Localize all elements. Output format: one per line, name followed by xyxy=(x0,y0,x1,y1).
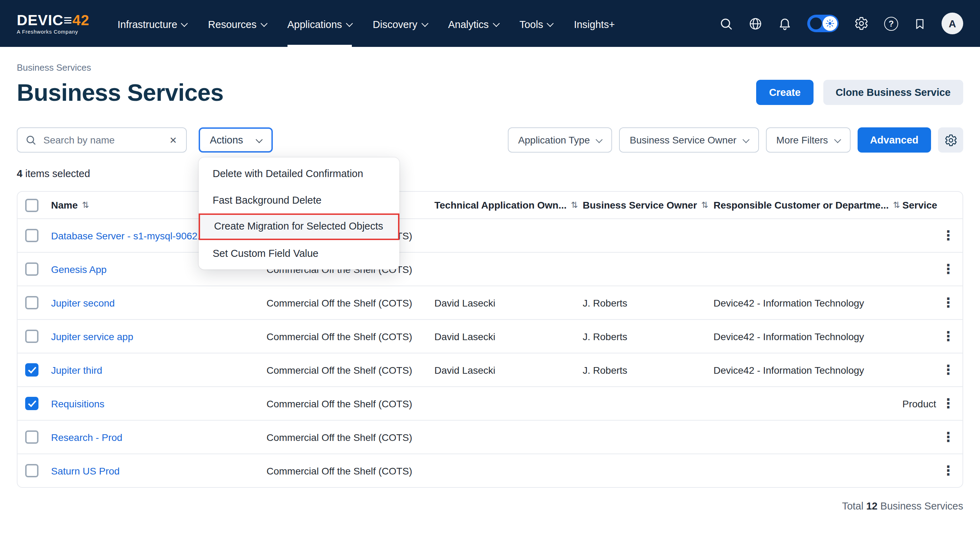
theme-toggle[interactable] xyxy=(807,15,839,32)
row-menu-kebab-icon[interactable]: ⋮ xyxy=(938,296,963,309)
row-menu-kebab-icon[interactable]: ⋮ xyxy=(938,363,963,376)
row-menu-kebab-icon[interactable]: ⋮ xyxy=(938,263,963,276)
bookmark-icon[interactable] xyxy=(913,16,926,30)
table-row: Saturn US Prod Commercial Off the Shelf … xyxy=(18,454,963,487)
sun-icon xyxy=(826,19,835,28)
row-responsible: Device42 - Information Technology xyxy=(713,297,902,308)
sort-icon[interactable]: ⇅ xyxy=(571,200,578,210)
selected-count: 4 items selected xyxy=(17,168,963,179)
business-service-owner-filter[interactable]: Business Service Owner xyxy=(619,128,759,153)
nav-item-analytics[interactable]: Analytics xyxy=(448,0,498,47)
column-header-business-service-owner[interactable]: Business Service Owner⇅ xyxy=(583,199,713,210)
sort-icon[interactable]: ⇅ xyxy=(701,200,708,210)
row-service: Product xyxy=(902,398,938,409)
actions-dropdown-button[interactable]: Actions xyxy=(199,128,273,153)
row-name-link[interactable]: Research - Prod xyxy=(51,432,267,443)
help-icon[interactable]: ? xyxy=(884,16,898,30)
select-all-checkbox[interactable] xyxy=(25,198,38,212)
row-checkbox[interactable] xyxy=(25,363,38,376)
table-row: Database Server - s1-mysql-9062.d Commer… xyxy=(18,218,963,252)
chevron-down-icon xyxy=(547,19,554,27)
top-navbar: DEVIC≡42 A Freshworks Company Infrastruc… xyxy=(0,0,980,47)
row-type: Commercial Off the Shelf (COTS) xyxy=(267,432,434,443)
notifications-bell-icon[interactable] xyxy=(778,16,792,30)
chevron-down-icon xyxy=(834,136,841,143)
filter-row: ✕ Actions Application Type Business Serv… xyxy=(17,128,963,153)
row-menu-kebab-icon[interactable]: ⋮ xyxy=(938,464,963,477)
page: DEVIC≡42 A Freshworks Company Infrastruc… xyxy=(0,0,980,534)
row-type: Commercial Off the Shelf (COTS) xyxy=(267,297,434,308)
column-header-technical-owner[interactable]: Technical Application Own...⇅ xyxy=(434,199,583,210)
nav-item-discovery[interactable]: Discovery xyxy=(373,0,427,47)
gear-icon xyxy=(944,133,957,147)
chevron-down-icon xyxy=(346,19,353,27)
chevron-down-icon xyxy=(421,19,428,27)
row-checkbox[interactable] xyxy=(25,296,38,309)
row-name-link[interactable]: Requisitions xyxy=(51,398,267,409)
row-tech-owner: David Lasecki xyxy=(434,364,583,376)
row-bso: J. Roberts xyxy=(583,364,713,376)
nav-item-infrastructure[interactable]: Infrastructure xyxy=(118,0,187,47)
search-icon xyxy=(25,134,37,145)
chevron-down-icon xyxy=(181,19,188,27)
row-name-link[interactable]: Saturn US Prod xyxy=(51,465,267,476)
row-name-link[interactable]: Jupiter second xyxy=(51,297,267,308)
title-actions: Create Clone Business Service xyxy=(757,80,963,105)
chevron-down-icon xyxy=(256,136,262,143)
chevron-down-icon xyxy=(596,136,603,143)
nav-item-tools[interactable]: Tools xyxy=(519,0,553,47)
create-button[interactable]: Create xyxy=(757,80,813,105)
logo-subtitle: A Freshworks Company xyxy=(17,28,95,35)
main-nav: Infrastructure Resources Applications Di… xyxy=(118,0,615,47)
nav-item-applications[interactable]: Applications xyxy=(287,0,352,47)
table-row: Jupiter service app Commercial Off the S… xyxy=(18,319,963,353)
row-name-link[interactable]: Jupiter service app xyxy=(51,331,267,342)
row-menu-kebab-icon[interactable]: ⋮ xyxy=(938,229,963,242)
page-title: Business Services xyxy=(17,77,223,108)
row-checkbox[interactable] xyxy=(25,464,38,477)
table-header-row: Name⇅ Technical Application Own...⇅ Busi… xyxy=(18,192,963,218)
nav-item-insights[interactable]: Insights+ xyxy=(574,0,615,47)
row-checkbox[interactable] xyxy=(25,229,38,242)
row-menu-kebab-icon[interactable]: ⋮ xyxy=(938,330,963,343)
row-checkbox[interactable] xyxy=(25,430,38,444)
clone-business-service-button[interactable]: Clone Business Service xyxy=(823,80,963,105)
menu-item-delete-with-detailed-confirmation[interactable]: Delete with Detailed Confirmation xyxy=(199,160,399,187)
breadcrumb[interactable]: Business Services xyxy=(17,62,963,73)
chevron-down-icon xyxy=(743,136,749,143)
menu-item-create-migration-for-selected-objects[interactable]: Create Migration for Selected Objects xyxy=(199,214,399,240)
sort-icon[interactable]: ⇅ xyxy=(893,200,900,210)
clear-search-icon[interactable]: ✕ xyxy=(168,133,178,147)
actions-dropdown-menu: Delete with Detailed Confirmation Fast B… xyxy=(199,158,399,269)
device42-logo[interactable]: DEVIC≡42 A Freshworks Company xyxy=(17,12,95,35)
search-input[interactable] xyxy=(42,134,168,146)
user-avatar[interactable]: A xyxy=(942,13,963,34)
table-row: Research - Prod Commercial Off the Shelf… xyxy=(18,420,963,454)
column-header-service[interactable]: Service xyxy=(902,199,938,210)
chevron-down-icon xyxy=(261,19,267,27)
advanced-button[interactable]: Advanced xyxy=(857,128,931,153)
row-menu-kebab-icon[interactable]: ⋮ xyxy=(938,397,963,410)
row-bso: J. Roberts xyxy=(583,331,713,342)
settings-gear-icon[interactable] xyxy=(854,16,869,31)
application-type-filter[interactable]: Application Type xyxy=(508,128,612,153)
column-header-responsible-customer[interactable]: Responsible Customer or Departme...⇅ xyxy=(713,199,902,210)
row-name-link[interactable]: Jupiter third xyxy=(51,364,267,376)
row-checkbox[interactable] xyxy=(25,330,38,343)
row-checkbox[interactable] xyxy=(25,397,38,410)
row-type: Commercial Off the Shelf (COTS) xyxy=(267,331,434,342)
search-icon[interactable] xyxy=(719,16,733,30)
nav-item-resources[interactable]: Resources xyxy=(208,0,267,47)
table-settings-button[interactable] xyxy=(938,128,963,153)
row-checkbox[interactable] xyxy=(25,263,38,276)
menu-item-set-custom-field-value[interactable]: Set Custom Field Value xyxy=(199,240,399,267)
menu-item-fast-background-delete[interactable]: Fast Background Delete xyxy=(199,187,399,214)
row-bso: J. Roberts xyxy=(583,297,713,308)
row-responsible: Device42 - Information Technology xyxy=(713,331,902,342)
globe-icon[interactable] xyxy=(748,16,762,30)
search-box: ✕ xyxy=(17,128,187,153)
row-menu-kebab-icon[interactable]: ⋮ xyxy=(938,430,963,444)
row-type: Commercial Off the Shelf (COTS) xyxy=(267,364,434,376)
more-filters-button[interactable]: More Filters xyxy=(766,128,851,153)
sort-icon[interactable]: ⇅ xyxy=(82,200,89,210)
